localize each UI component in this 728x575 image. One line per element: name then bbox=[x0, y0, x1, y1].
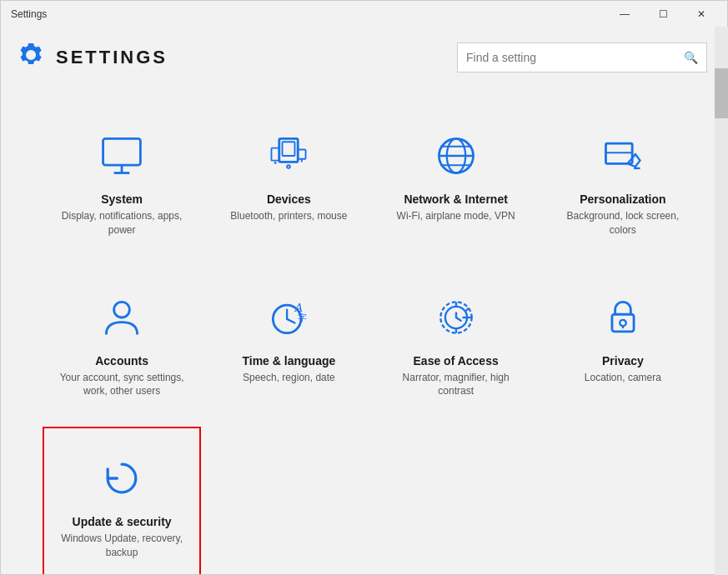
search-input[interactable] bbox=[466, 51, 684, 64]
network-desc: Wi-Fi, airplane mode, VPN bbox=[397, 209, 515, 223]
search-box[interactable]: 🔍 bbox=[457, 42, 707, 72]
personalization-desc: Background, lock screen, colors bbox=[559, 209, 687, 238]
svg-line-28 bbox=[465, 308, 469, 311]
system-name: System bbox=[101, 192, 143, 206]
tile-time[interactable]: A 字 Time & languageSpeech, region, date bbox=[209, 266, 368, 419]
app-header: SETTINGS 🔍 bbox=[1, 28, 727, 88]
svg-line-21 bbox=[288, 318, 295, 322]
network-name: Network & Internet bbox=[404, 192, 507, 206]
window-title: Settings bbox=[11, 8, 47, 20]
ease-desc: Narrator, magnifier, high contrast bbox=[392, 371, 520, 399]
devices-name: Devices bbox=[267, 192, 311, 206]
personalization-icon bbox=[596, 129, 650, 182]
network-icon bbox=[429, 129, 483, 182]
svg-rect-4 bbox=[283, 142, 295, 156]
ease-icon bbox=[429, 291, 483, 344]
svg-rect-6 bbox=[272, 148, 279, 161]
accounts-name: Accounts bbox=[95, 354, 148, 368]
tile-privacy[interactable]: PrivacyLocation, camera bbox=[544, 266, 702, 419]
update-icon bbox=[95, 452, 148, 505]
close-button[interactable]: ✕ bbox=[682, 1, 720, 28]
tile-system[interactable]: SystemDisplay, notifications, apps, powe… bbox=[43, 104, 201, 258]
system-desc: Display, notifications, apps, power bbox=[58, 209, 186, 238]
tile-update[interactable]: Update & securityWindows Update, recover… bbox=[43, 427, 201, 574]
privacy-desc: Location, camera bbox=[585, 371, 661, 385]
svg-rect-32 bbox=[612, 314, 634, 332]
privacy-icon bbox=[596, 291, 650, 344]
devices-desc: Bluetooth, printers, mouse bbox=[230, 209, 347, 223]
scrollbar-thumb[interactable] bbox=[715, 68, 728, 118]
devices-icon bbox=[262, 129, 315, 182]
settings-grid-container: SystemDisplay, notifications, apps, powe… bbox=[1, 88, 727, 574]
tile-accounts[interactable]: AccountsYour account, sync settings, wor… bbox=[43, 266, 201, 419]
system-icon bbox=[95, 129, 148, 182]
time-desc: Speech, region, date bbox=[243, 371, 335, 385]
ease-name: Ease of Access bbox=[414, 354, 499, 368]
scrollbar[interactable] bbox=[715, 27, 728, 575]
minimize-button[interactable]: — bbox=[605, 1, 644, 28]
settings-grid: SystemDisplay, notifications, apps, powe… bbox=[43, 104, 702, 574]
svg-point-7 bbox=[274, 162, 277, 164]
tile-ease[interactable]: Ease of AccessNarrator, magnifier, high … bbox=[377, 266, 535, 419]
svg-rect-0 bbox=[103, 138, 141, 165]
search-icon: 🔍 bbox=[684, 51, 698, 64]
tile-network[interactable]: Network & InternetWi-Fi, airplane mode, … bbox=[377, 104, 535, 258]
time-icon: A 字 bbox=[262, 291, 315, 344]
header-left: SETTINGS bbox=[18, 42, 168, 74]
svg-line-31 bbox=[456, 318, 461, 321]
update-name: Update & security bbox=[73, 515, 172, 528]
maximize-button[interactable]: ☐ bbox=[644, 1, 682, 28]
svg-point-5 bbox=[288, 165, 291, 168]
svg-point-33 bbox=[620, 319, 625, 325]
svg-point-18 bbox=[114, 302, 130, 318]
update-desc: Windows Update, recovery, backup bbox=[58, 532, 186, 560]
time-name: Time & language bbox=[242, 354, 335, 368]
accounts-icon bbox=[95, 291, 148, 344]
svg-rect-8 bbox=[299, 150, 306, 159]
privacy-name: Privacy bbox=[602, 354, 644, 368]
app-title: SETTINGS bbox=[56, 47, 168, 68]
tile-devices[interactable]: DevicesBluetooth, printers, mouse bbox=[209, 104, 368, 258]
settings-gear-icon bbox=[18, 42, 44, 74]
title-bar: Settings — ☐ ✕ bbox=[1, 1, 727, 28]
tile-personalization[interactable]: PersonalizationBackground, lock screen, … bbox=[544, 104, 702, 258]
window-controls: — ☐ ✕ bbox=[605, 1, 720, 28]
accounts-desc: Your account, sync settings, work, other… bbox=[58, 371, 186, 399]
svg-text:字: 字 bbox=[299, 312, 308, 322]
personalization-name: Personalization bbox=[580, 192, 665, 206]
